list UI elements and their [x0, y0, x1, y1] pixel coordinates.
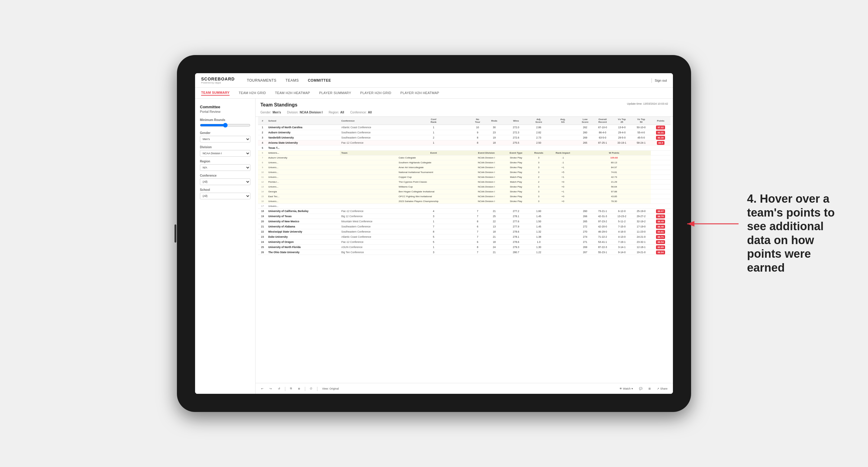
row17-rest [340, 204, 671, 209]
gender-select[interactable]: Men's [200, 136, 250, 143]
nav-links: TOURNAMENTS TEAMS COMMITTEE [247, 78, 651, 83]
low-2: 260 [577, 130, 593, 135]
points-3: 90.30 [651, 135, 671, 141]
tt-et14: Stroke Play [503, 189, 529, 194]
tt-e8: Southern Highlands Collegiate [397, 160, 470, 165]
table-row[interactable]: 26 The Ohio State University Big Ten Con… [258, 250, 671, 255]
tt-ro7: 3 [529, 155, 549, 160]
rnds-3: 19 [486, 135, 503, 141]
top25-26: 9-14-0 [612, 250, 631, 255]
subnav-team-summary[interactable]: TEAM SUMMARY [201, 91, 229, 96]
nav-teams[interactable]: TEAMS [285, 78, 299, 83]
no-tour-25: 8 [470, 245, 486, 250]
conference-select[interactable]: (All) [200, 179, 250, 185]
tt-wp14: 97.88 [577, 189, 651, 194]
adj-2: 2.82 [529, 130, 549, 135]
school-21: University of Alabama [267, 224, 340, 229]
tt-ro10: 3 [529, 170, 549, 175]
table-row-highlighted[interactable]: 4 Arizona State University Pac-12 Confer… [258, 141, 671, 146]
portal-title: Committee [200, 105, 250, 109]
wins-24: 278.6 [503, 240, 529, 245]
undo-button[interactable]: ↩ [259, 386, 265, 391]
min-rounds-slider[interactable] [200, 123, 250, 128]
reset-button[interactable]: ↺ [276, 386, 282, 391]
subnav-team-h2h-grid[interactable]: TEAM H2H GRID [239, 91, 266, 95]
top50-23: 24-21-0 [631, 235, 651, 240]
content-panel: Team Standings Update time: 13/03/2024 1… [255, 99, 673, 394]
conf-4: Pac-12 Conference [340, 141, 397, 146]
region-select[interactable]: N/A [200, 164, 250, 171]
tt-rank-6: 6 [258, 151, 267, 155]
col-school: School [267, 117, 340, 125]
wins-2: 272.3 [503, 130, 529, 135]
division-select[interactable]: NCAA Division I [200, 150, 250, 157]
tt-e16: 2023 Sahalee Players Championship [397, 199, 470, 204]
tt-wp9: 84.97 [577, 165, 651, 170]
tt-s11: Univers... [267, 175, 397, 180]
nav-tournaments[interactable]: TOURNAMENTS [247, 78, 276, 83]
tt-e13: Williams Cup [397, 185, 470, 189]
grid-button[interactable]: ⊞ [647, 386, 653, 391]
filter-school-label: School [200, 188, 250, 191]
top50-1: 50-10-0 [631, 125, 651, 130]
nav-committee[interactable]: COMMITTEE [308, 78, 331, 83]
subnav-team-h2h-heatmap[interactable]: TEAM H2H HEATMAP [275, 91, 310, 95]
table-row[interactable]: 2 Auburn University Southeastern Confere… [258, 130, 671, 135]
bottom-toolbar: ↩ ↪ ↺ | ⧉ ⊕ | ⏱ | View: Original 👁 Watch… [255, 383, 673, 394]
low-1: 262 [577, 125, 593, 130]
adj-4: 2.50 [529, 141, 549, 146]
subnav-player-h2h-grid[interactable]: PLAYER H2H GRID [360, 91, 391, 95]
col-conference: Conference [340, 117, 397, 125]
school-3: Vanderbilt University [267, 135, 340, 141]
tt-ri15: +0 [549, 194, 577, 199]
copy-button[interactable]: ⧉ [288, 386, 294, 391]
share-button[interactable]: ↗ Share [655, 386, 669, 391]
table-row[interactable]: 1 University of North Carolina Atlantic … [258, 125, 671, 130]
watch-button[interactable]: 👁 Watch ▾ [618, 386, 635, 391]
table-row[interactable]: 17 Univers... [258, 204, 671, 209]
tt-ri7: -1 [549, 155, 577, 160]
col-rnds: Rnds [486, 117, 503, 125]
tt-col-eventdiv: Event Division [470, 151, 503, 155]
tt-school-6: Univers... [267, 151, 340, 155]
view-original-button[interactable]: View: Original [320, 386, 341, 391]
redo-button[interactable]: ↪ [268, 386, 274, 391]
wins-19: 278.1 [503, 214, 529, 219]
tt-r9: 9 [258, 165, 267, 170]
toolbar-right: 👁 Watch ▾ 💬 ⊞ ↗ Share [618, 386, 669, 391]
sub-navbar: TEAM SUMMARY TEAM H2H GRID TEAM H2H HEAT… [195, 88, 673, 99]
table-row[interactable]: 18 University of California, Berkeley Pa… [258, 209, 671, 214]
mark-button[interactable]: ⊕ [296, 386, 302, 391]
table-row[interactable]: 3 Vanderbilt University Southeastern Con… [258, 135, 671, 141]
table-row[interactable]: 20 University of New Mexico Mountain Wes… [258, 219, 671, 224]
col-conf-rank: ConfRank [397, 117, 470, 125]
table-row[interactable]: 5 Texas T... [258, 146, 671, 151]
subnav-player-h2h-heatmap[interactable]: PLAYER H2H HEATMAP [400, 91, 439, 95]
rnds-21: 13 [486, 224, 503, 229]
tt-e11: Copper Cup [397, 175, 470, 180]
feedback-button[interactable]: 💬 [637, 386, 644, 391]
clock-button[interactable]: ⏱ [308, 386, 314, 391]
school-select[interactable]: (All) [200, 193, 250, 199]
wins-1: 272.0 [503, 125, 529, 130]
conf-5 [340, 146, 397, 151]
table-row[interactable]: 24 University of Oregon Pac-12 Conferenc… [258, 240, 671, 245]
low-4: 265 [577, 141, 593, 146]
tt-e10: National Invitational Tournament [397, 170, 470, 175]
adj-26: 1.22 [529, 250, 549, 255]
table-row[interactable]: 21 University of Alabama Southeastern Co… [258, 224, 671, 229]
table-row[interactable]: 22 Mississippi State University Southeas… [258, 229, 671, 235]
no-tour-4: 8 [470, 141, 486, 146]
low-21: 272 [577, 224, 593, 229]
table-row[interactable]: 25 University of North Florida ASUN Conf… [258, 245, 671, 250]
top50-20: 32-19-2 [631, 219, 651, 224]
table-row[interactable]: 23 Duke University Atlantic Coast Confer… [258, 235, 671, 240]
table-row[interactable]: 19 University of Texas Big 12 Conference… [258, 214, 671, 219]
tt-ed9: NCAA Division I [470, 165, 503, 170]
conf-rank-3: 2 [397, 135, 470, 141]
sign-out-button[interactable]: Sign out [655, 79, 667, 82]
tt-wp7: 109.68 [577, 155, 651, 160]
subnav-player-summary[interactable]: PLAYER SUMMARY [319, 91, 351, 95]
points-badge-20: 88.49 [656, 220, 665, 223]
tt-s9: Univers... [267, 165, 397, 170]
